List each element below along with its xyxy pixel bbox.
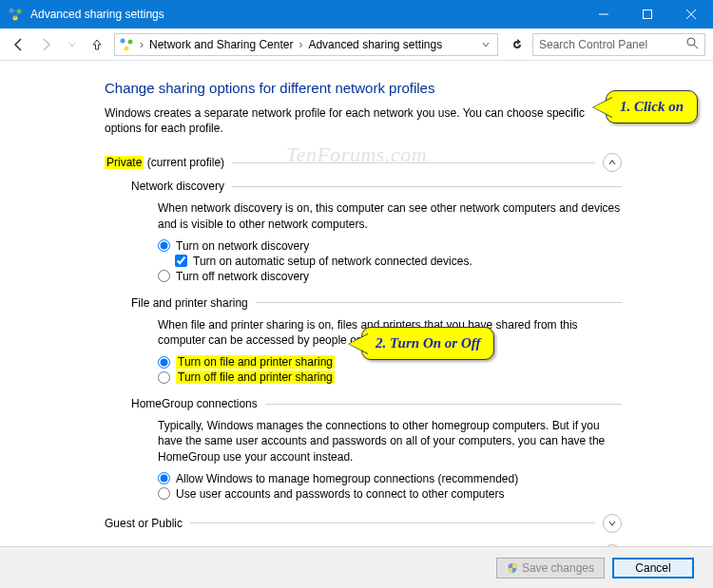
address-bar[interactable]: › Network and Sharing Center › Advanced …	[114, 33, 498, 56]
svg-point-8	[128, 39, 133, 44]
annotation-callout-1: 1. Click on	[606, 90, 698, 123]
chevron-right-icon[interactable]: ›	[140, 38, 144, 51]
button-label: Save changes	[522, 561, 594, 575]
search-placeholder: Search Control Panel	[539, 38, 686, 51]
divider	[265, 404, 622, 405]
profile-name: Private	[105, 156, 144, 169]
breadcrumb-item[interactable]: Network and Sharing Center	[149, 38, 293, 51]
sharing-icon	[8, 7, 23, 22]
section-description: Typically, Windows manages the connectio…	[158, 418, 622, 465]
content-area: Change sharing options for different net…	[0, 61, 713, 584]
breadcrumb-item[interactable]: Advanced sharing settings	[308, 38, 442, 51]
radio-hg-user[interactable]: Use user accounts and passwords to conne…	[158, 487, 622, 501]
chevron-down-icon[interactable]	[603, 514, 622, 533]
window-title: Advanced sharing settings	[30, 8, 582, 21]
button-label: Cancel	[635, 561, 670, 575]
sharing-icon	[119, 37, 134, 52]
checkbox-auto-setup[interactable]: Turn on automatic setup of network conne…	[175, 255, 622, 268]
section-title: File and printer sharing	[131, 296, 248, 310]
divider	[232, 186, 622, 187]
shield-icon	[507, 562, 518, 574]
radio-netdisc-on[interactable]: Turn on network discovery	[158, 239, 622, 253]
cancel-button[interactable]: Cancel	[612, 558, 694, 579]
navigation-bar: › Network and Sharing Center › Advanced …	[0, 28, 713, 61]
maximize-button[interactable]	[626, 0, 669, 28]
section-title: Network discovery	[131, 180, 224, 193]
section-description: When network discovery is on, this compu…	[158, 200, 622, 231]
chevron-up-icon[interactable]	[603, 153, 622, 172]
svg-point-10	[687, 38, 695, 46]
divider	[190, 522, 595, 523]
divider	[232, 162, 595, 163]
radio-fps-off[interactable]: Turn off file and printer sharing	[158, 370, 622, 384]
svg-point-7	[121, 38, 125, 43]
chevron-right-icon[interactable]: ›	[299, 38, 302, 51]
section-title: HomeGroup connections	[131, 397, 258, 410]
profile-suffix: (current profile)	[144, 156, 224, 169]
recent-dropdown[interactable]	[61, 33, 84, 56]
search-input[interactable]: Search Control Panel	[532, 33, 705, 56]
save-changes-button[interactable]: Save changes	[496, 558, 605, 579]
svg-point-9	[125, 46, 129, 50]
close-button[interactable]	[669, 0, 713, 28]
svg-line-11	[694, 45, 698, 48]
up-button[interactable]	[87, 35, 106, 54]
radio-netdisc-off[interactable]: Turn off network discovery	[158, 270, 622, 283]
titlebar: Advanced sharing settings	[0, 0, 713, 28]
refresh-button[interactable]	[506, 33, 529, 56]
section-network-discovery: Network discovery When network discovery…	[131, 180, 622, 282]
minimize-button[interactable]	[582, 0, 626, 28]
forward-button[interactable]	[34, 33, 57, 56]
profile-guest-header[interactable]: Guest or Public	[105, 514, 622, 533]
address-dropdown[interactable]	[478, 38, 493, 51]
radio-hg-allow[interactable]: Allow Windows to manage homegroup connec…	[158, 472, 622, 485]
profile-name: Guest or Public	[105, 517, 183, 530]
annotation-callout-2: 2. Turn On or Off	[361, 327, 494, 360]
profile-private-header[interactable]: Private (current profile)	[105, 153, 622, 172]
svg-rect-4	[644, 10, 652, 19]
page-title: Change sharing options for different net…	[105, 80, 622, 96]
back-button[interactable]	[8, 33, 30, 56]
section-homegroup: HomeGroup connections Typically, Windows…	[131, 397, 622, 501]
divider	[256, 302, 622, 303]
page-intro: Windows creates a separate network profi…	[105, 105, 622, 136]
footer: Save changes Cancel	[0, 546, 713, 588]
search-icon	[686, 37, 699, 52]
